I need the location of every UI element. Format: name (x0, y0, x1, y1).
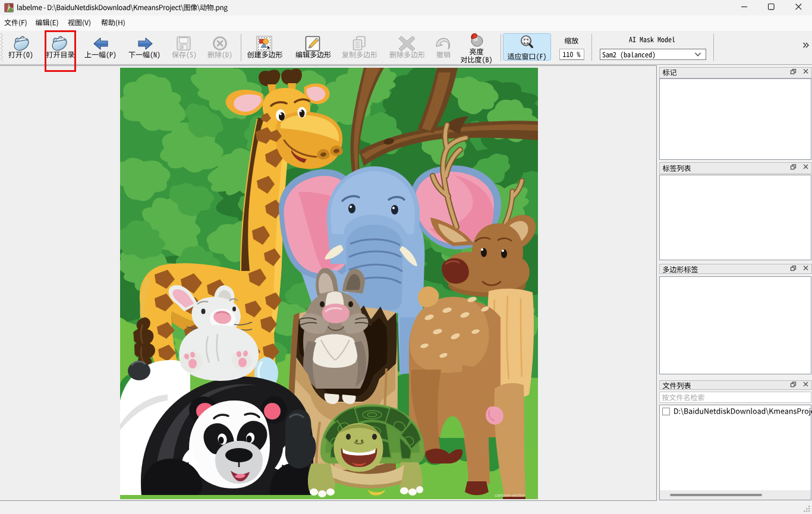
svg-text:cartoon-vector: cartoon-vector (495, 493, 525, 498)
